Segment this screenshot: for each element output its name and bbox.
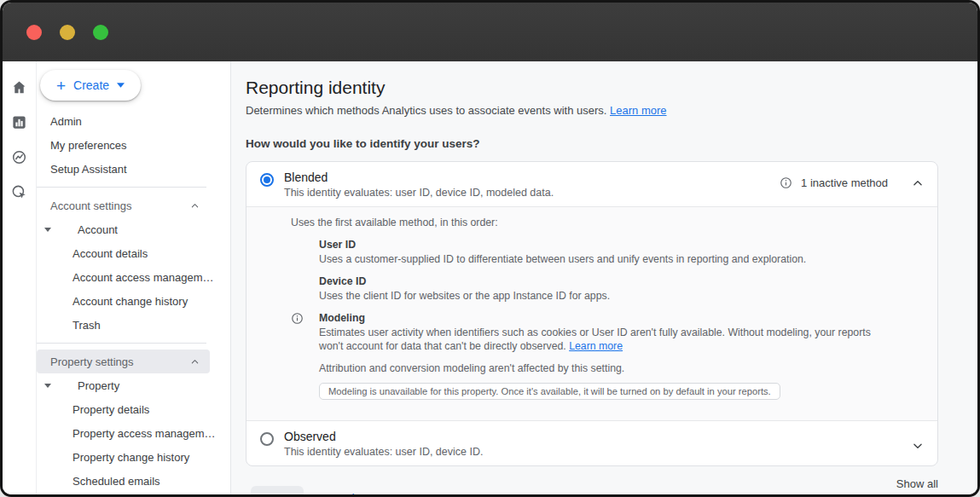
tree-child-label: Property change history <box>72 451 189 464</box>
tree-label: Account <box>78 223 118 236</box>
radio-blended-selected[interactable] <box>260 173 274 187</box>
home-icon[interactable] <box>11 79 27 95</box>
info-icon <box>291 312 304 325</box>
show-all-link[interactable]: Show all <box>896 477 938 490</box>
method-description: Uses the client ID for websites or the a… <box>319 289 886 303</box>
info-icon[interactable] <box>780 176 792 189</box>
traffic-lights <box>26 25 108 40</box>
footer: Show all Save Cancel <box>246 466 938 494</box>
sidebar-item-account-change-history[interactable]: Account change history <box>37 289 230 313</box>
caret-down-icon[interactable] <box>44 384 51 388</box>
sidebar-item-scheduled-emails[interactable]: Scheduled emails <box>37 469 230 493</box>
method-description: Uses a customer-supplied ID to different… <box>319 252 886 266</box>
cancel-button[interactable]: Cancel <box>317 492 355 495</box>
main-content: Reporting identity Determines which meth… <box>230 61 977 494</box>
section-property-settings[interactable]: Property settings <box>37 350 210 373</box>
minimize-window-icon[interactable] <box>60 25 75 40</box>
sidebar-item-label: My preferences <box>50 139 127 152</box>
tree-label: Property <box>78 379 119 392</box>
tree-child-label: Property access managem… <box>72 427 216 440</box>
chevron-down-icon <box>117 83 125 88</box>
modeling-unavailable-notice: Modeling is unavailable for this propert… <box>319 383 780 400</box>
tree-child-label: Account access managem… <box>72 271 213 284</box>
details-intro: Uses the first available method, in this… <box>291 217 886 228</box>
radio-observed-unselected[interactable] <box>260 432 274 446</box>
sidebar-item-admin[interactable]: Admin <box>37 109 230 133</box>
sidebar-divider <box>37 343 206 344</box>
save-button[interactable]: Save <box>251 486 304 494</box>
method-name: Modeling <box>319 312 886 324</box>
sidebar-item-trash[interactable]: Trash <box>37 313 230 337</box>
tree-child-label: Scheduled emails <box>72 475 160 488</box>
chevron-up-icon <box>190 201 200 211</box>
identity-question: How would you like to identify your user… <box>246 137 938 150</box>
sidebar-item-property-change-history[interactable]: Property change history <box>37 445 230 469</box>
option-blended-label: Blended <box>284 170 780 184</box>
create-button[interactable]: + Create <box>40 70 141 101</box>
sidebar-item-my-preferences[interactable]: My preferences <box>37 133 230 157</box>
advertising-icon[interactable] <box>11 184 27 200</box>
nav-rail <box>3 61 37 494</box>
window-titlebar <box>3 3 977 61</box>
method-device-id: Device ID Uses the client ID for website… <box>319 275 886 303</box>
sidebar-item-account-details[interactable]: Account details <box>37 241 230 265</box>
reports-icon[interactable] <box>11 114 27 130</box>
section-label: Property settings <box>50 355 134 368</box>
chevron-up-icon <box>190 357 200 367</box>
admin-sidebar: + Create Admin My preferences Setup Assi… <box>37 61 230 494</box>
tree-child-label: Account details <box>72 247 148 260</box>
chevron-down-icon[interactable] <box>912 440 924 452</box>
option-observed-subtitle: This identity evaluates: user ID, device… <box>284 446 896 458</box>
reporting-identity-card: Blended This identity evaluates: user ID… <box>246 161 938 466</box>
plus-icon: + <box>56 78 66 94</box>
sidebar-item-property-access-management[interactable]: Property access managem… <box>37 421 230 445</box>
option-blended[interactable]: Blended This identity evaluates: user ID… <box>246 162 937 206</box>
tree-child-label: Property details <box>72 403 149 416</box>
method-modeling: Modeling Estimates user activity when id… <box>319 312 886 400</box>
chevron-up-icon[interactable] <box>912 177 924 189</box>
blended-details: Uses the first available method, in this… <box>246 206 937 420</box>
tree-property[interactable]: Property <box>37 373 230 397</box>
modeling-note: Attribution and conversion modeling aren… <box>319 362 886 374</box>
learn-more-link[interactable]: Learn more <box>610 104 666 117</box>
sidebar-item-label: Admin <box>50 115 82 128</box>
sidebar-item-setup-assistant[interactable]: Setup Assistant <box>37 157 230 181</box>
method-description: Estimates user activity when identifiers… <box>319 326 886 353</box>
method-name: Device ID <box>319 275 886 287</box>
option-observed[interactable]: Observed This identity evaluates: user I… <box>246 420 937 465</box>
close-window-icon[interactable] <box>26 25 42 40</box>
page-description-text: Determines which methods Analytics uses … <box>246 104 606 117</box>
tree-child-label: Account change history <box>72 295 188 308</box>
create-button-label: Create <box>73 78 109 92</box>
learn-more-link[interactable]: Learn more <box>569 340 623 352</box>
zoom-window-icon[interactable] <box>93 25 108 40</box>
method-user-id: User ID Uses a customer-supplied ID to d… <box>319 239 886 266</box>
page-description: Determines which methods Analytics uses … <box>246 104 938 117</box>
section-account-settings[interactable]: Account settings <box>37 194 210 217</box>
tree-child-label: Trash <box>72 319 101 332</box>
explore-icon[interactable] <box>11 149 27 165</box>
tree-account[interactable]: Account <box>37 217 230 241</box>
method-name: User ID <box>319 239 886 251</box>
option-blended-subtitle: This identity evaluates: user ID, device… <box>284 187 780 199</box>
section-label: Account settings <box>50 199 131 212</box>
inactive-method-text: 1 inactive method <box>801 176 888 189</box>
caret-down-icon[interactable] <box>44 228 51 232</box>
sidebar-item-label: Setup Assistant <box>50 163 127 176</box>
sidebar-divider <box>37 187 206 188</box>
option-observed-label: Observed <box>284 430 896 443</box>
sidebar-item-account-access-management[interactable]: Account access managem… <box>37 265 230 289</box>
page-title: Reporting identity <box>246 78 938 98</box>
app-window: + Create Admin My preferences Setup Assi… <box>0 0 980 497</box>
sidebar-item-property-details[interactable]: Property details <box>37 397 230 421</box>
